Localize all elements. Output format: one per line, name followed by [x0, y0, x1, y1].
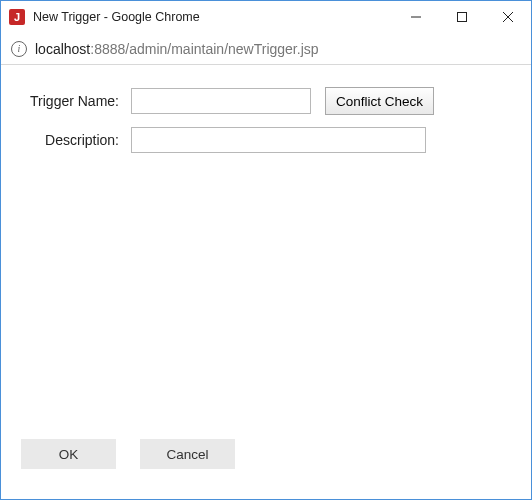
titlebar: J New Trigger - Google Chrome	[1, 1, 531, 33]
maximize-icon	[457, 12, 467, 22]
ok-button[interactable]: OK	[21, 439, 116, 469]
description-row: Description:	[21, 127, 511, 153]
maximize-button[interactable]	[439, 1, 485, 33]
description-input[interactable]	[131, 127, 426, 153]
dialog-buttons: OK Cancel	[21, 439, 235, 469]
close-icon	[503, 12, 513, 22]
url-path: :8888/admin/maintain/newTrigger.jsp	[90, 41, 318, 57]
trigger-name-input[interactable]	[131, 88, 311, 114]
page-content: Trigger Name: Conflict Check Description…	[1, 65, 531, 499]
svg-rect-1	[458, 13, 467, 22]
close-button[interactable]	[485, 1, 531, 33]
description-label: Description:	[21, 132, 131, 148]
minimize-icon	[411, 12, 421, 22]
trigger-name-label: Trigger Name:	[21, 93, 131, 109]
cancel-button[interactable]: Cancel	[140, 439, 235, 469]
window-controls	[393, 1, 531, 33]
address-bar[interactable]: i localhost:8888/admin/maintain/newTrigg…	[1, 33, 531, 65]
minimize-button[interactable]	[393, 1, 439, 33]
trigger-name-row: Trigger Name: Conflict Check	[21, 87, 511, 115]
url-host: localhost	[35, 41, 90, 57]
info-icon[interactable]: i	[11, 41, 27, 57]
window-title: New Trigger - Google Chrome	[33, 10, 393, 24]
conflict-check-button[interactable]: Conflict Check	[325, 87, 434, 115]
app-icon: J	[9, 9, 25, 25]
